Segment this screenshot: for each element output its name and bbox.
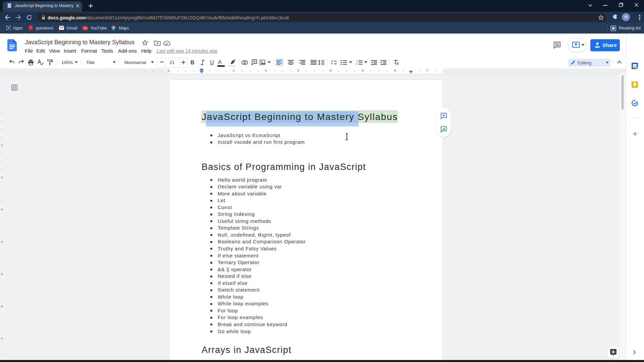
svg-text:31: 31 xyxy=(634,65,637,68)
svg-text:2: 2 xyxy=(356,63,358,65)
svg-text:1: 1 xyxy=(356,60,358,62)
